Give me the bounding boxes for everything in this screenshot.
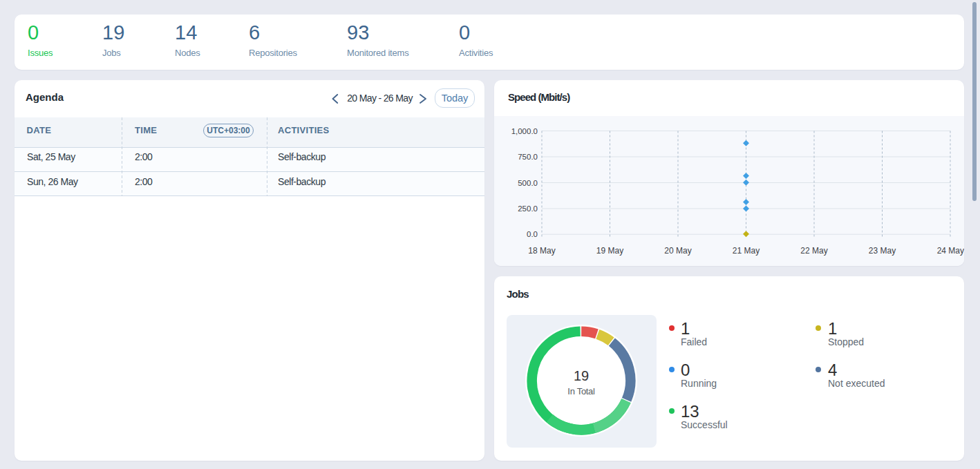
svg-text:21 May: 21 May	[733, 246, 760, 256]
svg-text:19: 19	[574, 368, 589, 383]
svg-text:In Total: In Total	[567, 386, 595, 396]
svg-text:0.0: 0.0	[527, 230, 538, 238]
svg-text:250.0: 250.0	[518, 204, 538, 213]
svg-text:750.0: 750.0	[518, 153, 538, 161]
svg-text:23 May: 23 May	[869, 246, 896, 256]
svg-text:1,000.0: 1,000.0	[511, 127, 538, 135]
svg-text:500.0: 500.0	[518, 179, 538, 187]
svg-text:19 May: 19 May	[596, 246, 623, 256]
svg-text:22 May: 22 May	[800, 246, 827, 256]
svg-text:24 May: 24 May	[937, 246, 964, 256]
svg-text:18 May: 18 May	[528, 246, 555, 256]
svg-text:20 May: 20 May	[664, 246, 691, 256]
